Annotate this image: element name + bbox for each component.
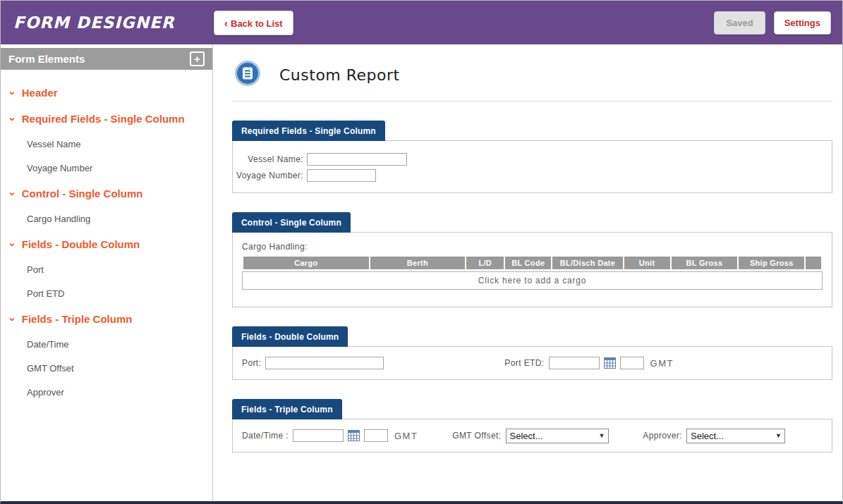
date-time-date-input[interactable] bbox=[293, 429, 344, 442]
column-header-unit: Unit bbox=[624, 257, 670, 269]
cargo-handling-label: Cargo Handling: bbox=[242, 242, 823, 252]
report-document-icon bbox=[234, 60, 261, 90]
gmt-label: GMT bbox=[650, 358, 674, 369]
port-etd-group: Port ETD: GMT bbox=[504, 357, 674, 369]
port-group: Port: bbox=[242, 357, 384, 369]
sidebar-item-date-time[interactable]: Date/Time bbox=[27, 339, 212, 350]
page-title: Custom Report bbox=[279, 66, 400, 84]
section-double-column: Fields - Double Column Port: Port ETD: bbox=[232, 326, 832, 380]
form-elements-sidebar: Form Elements + ⌄ Header ⌄ Required Fiel… bbox=[1, 44, 213, 501]
top-bar: FORM DESIGNER ‹Back to List Saved Settin… bbox=[1, 1, 842, 44]
voyage-number-label: Voyage Number: bbox=[233, 171, 303, 180]
vessel-name-row: Vessel Name: bbox=[233, 153, 832, 166]
column-header-cargo: Cargo bbox=[243, 257, 369, 269]
triple-column-body: Date/Time : GMT GMT Offset: bbox=[232, 419, 832, 453]
section-control: Control - Single Column Cargo Handling: … bbox=[232, 211, 832, 307]
group-label: Header bbox=[22, 87, 58, 99]
back-to-list-button[interactable]: ‹Back to List bbox=[214, 11, 293, 35]
column-header-bl-code: BL Code bbox=[505, 257, 551, 269]
sidebar-item-approver[interactable]: Approver bbox=[27, 387, 212, 398]
group-label: Required Fields - Single Column bbox=[22, 113, 185, 125]
sidebar-item-cargo-handling[interactable]: Cargo Handling bbox=[27, 214, 212, 224]
form-elements-tree: ⌄ Header ⌄ Required Fields - Single Colu… bbox=[1, 70, 212, 398]
dropdown-arrow-icon: ▼ bbox=[775, 432, 782, 439]
column-header-bl-gross: BL Gross bbox=[672, 257, 737, 269]
selected-value: Select... bbox=[510, 431, 543, 441]
group-label: Control - Single Column bbox=[22, 188, 143, 199]
section-tab-double-column: Fields - Double Column bbox=[232, 326, 348, 347]
chevron-down-icon: ⌄ bbox=[8, 88, 16, 94]
form-canvas: Custom Report Required Fields - Single C… bbox=[213, 44, 842, 501]
gmt-offset-group: GMT Offset: Select... ▼ bbox=[452, 429, 608, 443]
column-header-bl-disch-date: BL/Disch Date bbox=[552, 257, 622, 269]
approver-select[interactable]: Select... ▼ bbox=[686, 429, 785, 443]
section-triple-column: Fields - Triple Column Date/Time : GMT bbox=[232, 398, 832, 453]
sidebar-item-port-etd[interactable]: Port ETD bbox=[27, 288, 212, 299]
column-header-actions bbox=[806, 257, 821, 269]
section-tab-triple-column: Fields - Triple Column bbox=[232, 399, 342, 419]
gmt-offset-label: GMT Offset: bbox=[452, 431, 501, 441]
back-arrow-icon: ‹ bbox=[224, 17, 228, 29]
sidebar-item-port[interactable]: Port bbox=[27, 264, 212, 275]
port-etd-date-input[interactable] bbox=[549, 357, 600, 369]
sidebar-header: Form Elements + bbox=[1, 48, 212, 70]
voyage-number-input[interactable] bbox=[307, 169, 376, 182]
port-etd-label: Port ETD: bbox=[504, 358, 544, 368]
chevron-down-icon: ⌄ bbox=[8, 240, 16, 245]
calendar-icon[interactable] bbox=[604, 357, 616, 369]
settings-button[interactable]: Settings bbox=[774, 11, 831, 35]
section-required-fields: Required Fields - Single Column Vessel N… bbox=[232, 120, 832, 193]
date-time-group: Date/Time : GMT bbox=[242, 429, 418, 442]
date-time-label: Date/Time : bbox=[242, 431, 289, 441]
gmt-offset-select[interactable]: Select... ▼ bbox=[506, 429, 609, 443]
port-label: Port: bbox=[242, 358, 261, 368]
group-label: Fields - Double Column bbox=[22, 238, 140, 250]
chevron-down-icon: ⌄ bbox=[8, 114, 16, 120]
section-tab-control: Control - Single Column bbox=[232, 212, 351, 233]
approver-label: Approver: bbox=[643, 431, 682, 441]
section-tab-required-fields: Required Fields - Single Column bbox=[232, 121, 385, 141]
back-to-list-label: Back to List bbox=[231, 18, 283, 29]
column-header-ship-gross: Ship Gross bbox=[739, 257, 804, 269]
required-fields-body: Vessel Name: Voyage Number: bbox=[232, 140, 832, 193]
gmt-label: GMT bbox=[394, 431, 418, 441]
column-header-ld: L/D bbox=[466, 257, 504, 269]
group-label: Fields - Triple Column bbox=[22, 313, 133, 325]
sidebar-item-vessel-name[interactable]: Vessel Name bbox=[27, 139, 212, 149]
column-header-berth: Berth bbox=[370, 257, 466, 269]
cargo-table: Cargo Berth L/D BL Code BL/Disch Date Un… bbox=[242, 257, 823, 269]
sidebar-group-double-column[interactable]: ⌄ Fields - Double Column bbox=[8, 238, 212, 250]
sidebar-item-voyage-number[interactable]: Voyage Number bbox=[27, 163, 212, 173]
port-etd-time-input[interactable] bbox=[620, 357, 644, 369]
vessel-name-input[interactable] bbox=[307, 153, 407, 166]
cargo-table-header-row: Cargo Berth L/D BL Code BL/Disch Date Un… bbox=[243, 257, 821, 269]
chevron-down-icon: ⌄ bbox=[8, 314, 16, 320]
add-element-button[interactable]: + bbox=[190, 51, 205, 66]
sidebar-title: Form Elements bbox=[8, 53, 85, 65]
chevron-down-icon: ⌄ bbox=[8, 189, 16, 195]
sidebar-item-gmt-offset[interactable]: GMT Offset bbox=[27, 363, 212, 374]
app-title: FORM DESIGNER bbox=[1, 13, 198, 32]
control-body: Cargo Handling: Cargo Berth L/D BL Code … bbox=[232, 232, 832, 307]
selected-value: Select... bbox=[691, 431, 724, 441]
voyage-number-row: Voyage Number: bbox=[233, 169, 832, 182]
port-input[interactable] bbox=[265, 357, 384, 369]
date-time-time-input[interactable] bbox=[364, 429, 388, 442]
topbar-actions: Saved Settings bbox=[714, 11, 842, 35]
saved-button[interactable]: Saved bbox=[714, 11, 765, 35]
double-column-body: Port: Port ETD: GMT bbox=[232, 346, 832, 380]
approver-group: Approver: Select... ▼ bbox=[643, 429, 785, 443]
dropdown-arrow-icon: ▼ bbox=[599, 432, 605, 439]
report-header: Custom Report bbox=[232, 44, 832, 102]
sidebar-group-header[interactable]: ⌄ Header bbox=[8, 87, 212, 99]
sidebar-group-triple-column[interactable]: ⌄ Fields - Triple Column bbox=[8, 313, 212, 325]
page: FORM DESIGNER ‹Back to List Saved Settin… bbox=[0, 0, 843, 504]
calendar-icon[interactable] bbox=[348, 430, 360, 441]
add-cargo-row[interactable]: Click here to add a cargo bbox=[242, 271, 823, 290]
sidebar-group-control[interactable]: ⌄ Control - Single Column bbox=[8, 188, 212, 199]
vessel-name-label: Vessel Name: bbox=[233, 154, 303, 164]
sidebar-group-required-fields[interactable]: ⌄ Required Fields - Single Column bbox=[8, 113, 212, 125]
